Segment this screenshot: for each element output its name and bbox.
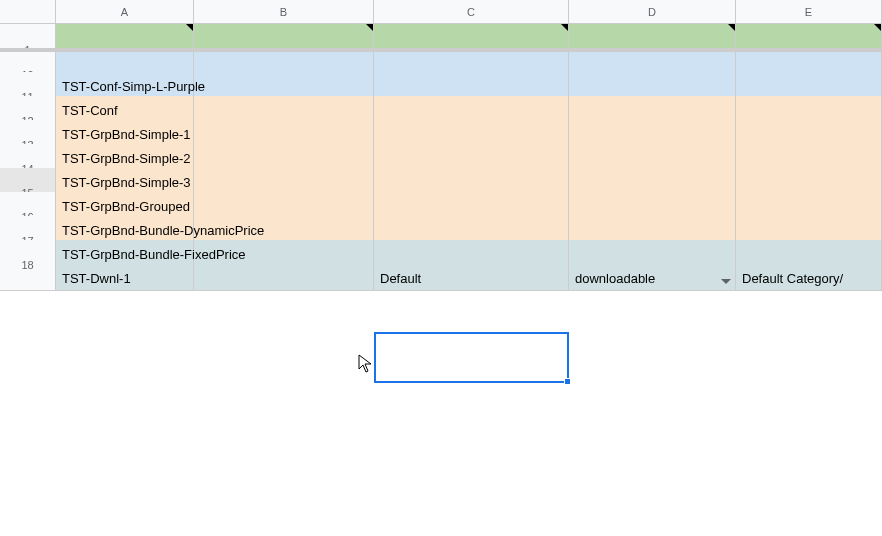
note-indicator-icon xyxy=(874,24,881,31)
cell-text: TST-GrpBnd-Simple-3 xyxy=(62,175,191,190)
cell-selection xyxy=(374,332,569,383)
cell-text: Default Category/ xyxy=(742,271,843,286)
cell-product-type[interactable]: downloadable xyxy=(569,240,736,291)
dropdown-icon[interactable] xyxy=(721,279,731,284)
cell-text: TST-GrpBnd-Grouped xyxy=(62,199,190,214)
cell-text: TST-Dwnl-1 xyxy=(62,271,131,286)
cell-attribute-set[interactable]: Default xyxy=(374,240,569,291)
note-indicator-icon xyxy=(728,24,735,31)
column-header-E[interactable]: E xyxy=(736,0,882,24)
column-header-B[interactable]: B xyxy=(194,0,374,24)
cell-text: TST-GrpBnd-Simple-1 xyxy=(62,127,191,142)
cell-text: downloadable xyxy=(575,271,655,286)
column-header-D[interactable]: D xyxy=(569,0,736,24)
cell-text: TST-GrpBnd-Simple-2 xyxy=(62,151,191,166)
cell-text: Default xyxy=(380,271,421,286)
column-header-A[interactable]: A xyxy=(56,0,194,24)
cell-categories[interactable]: Default Category/ xyxy=(736,240,882,291)
note-indicator-icon xyxy=(186,24,193,31)
row-header-18[interactable]: 18 xyxy=(0,240,56,291)
cell-text: TST-GrpBnd-Bundle-FixedPrice xyxy=(62,247,246,262)
cell-text: TST-Conf-Simp-L-Purple xyxy=(62,79,205,94)
selection-fill-handle[interactable] xyxy=(564,378,571,385)
note-indicator-icon xyxy=(561,24,568,31)
column-header-C[interactable]: C xyxy=(374,0,569,24)
cell-text: TST-Conf xyxy=(62,103,118,118)
mouse-cursor xyxy=(358,354,374,374)
select-all-corner[interactable] xyxy=(0,0,56,24)
cell-text: TST-GrpBnd-Bundle-DynamicPrice xyxy=(62,223,264,238)
note-indicator-icon xyxy=(366,24,373,31)
